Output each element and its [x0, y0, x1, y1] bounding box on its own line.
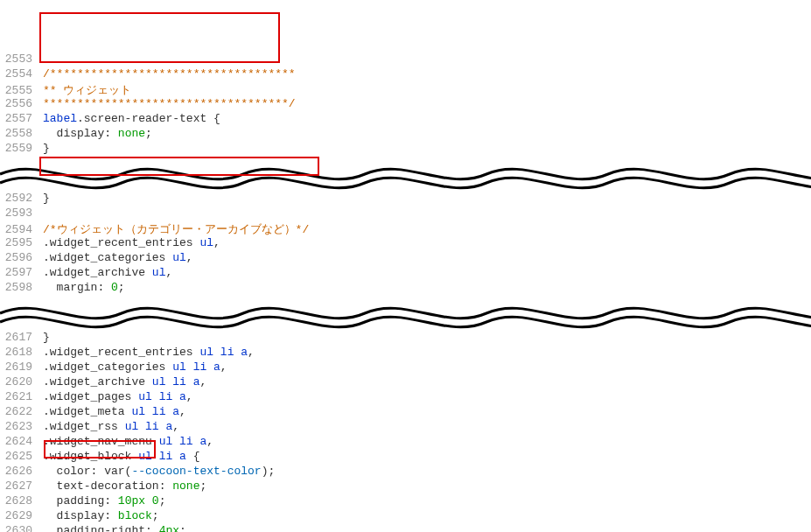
code-line: 2557label.screen-reader-text { — [0, 112, 811, 127]
token: none — [172, 480, 199, 493]
token: : — [91, 465, 105, 478]
token: ul li a — [131, 390, 185, 403]
token: , — [213, 236, 220, 249]
code-content: .widget_archive ul, — [43, 266, 172, 279]
line-number: 2554 — [4, 67, 32, 80]
line-number: 2630 — [4, 524, 32, 532]
code-line: 2556************************************… — [0, 97, 811, 112]
code-line: 2630 padding-right: 4px; — [0, 524, 811, 532]
code-line: 2595.widget_recent_entries ul, — [0, 236, 811, 251]
code-line: 2620.widget_archive ul li a, — [0, 375, 811, 390]
token: .widget_categories — [43, 360, 165, 374]
token: label — [43, 112, 77, 125]
code-line: 2618.widget_recent_entries ul li a, — [0, 346, 811, 360]
code-line: 2558 display: none; — [0, 127, 811, 142]
token: , — [172, 420, 179, 433]
token: .widget_categories — [43, 251, 165, 264]
token: ul li a — [193, 346, 248, 359]
token: block — [118, 509, 152, 522]
code-content: display: block; — [43, 509, 159, 522]
line-number: 2553 — [4, 52, 32, 66]
token: ; — [118, 281, 125, 294]
code-content: .widget_meta ul li a, — [43, 405, 186, 418]
token: : — [145, 524, 159, 532]
line-number: 2623 — [4, 420, 32, 433]
code-line: 2622.widget_meta ul li a, — [0, 405, 811, 420]
token: ; — [199, 480, 206, 493]
line-number: 2558 — [4, 127, 32, 140]
token: ul li a — [125, 405, 179, 418]
line-number: 2556 — [4, 97, 32, 110]
token: ul li a — [145, 375, 199, 388]
token: ul — [193, 236, 213, 249]
line-number: 2625 — [4, 450, 32, 463]
code-content: } — [43, 142, 50, 155]
token: /************************************ — [43, 67, 296, 80]
token: : — [159, 480, 173, 493]
line-number: 2593 — [4, 206, 32, 220]
token: var( — [104, 465, 131, 478]
token: ul li a — [152, 435, 206, 448]
token: , — [165, 266, 172, 279]
token: ul — [165, 251, 185, 264]
token: : — [104, 494, 118, 508]
token: } — [43, 142, 50, 155]
code-line: 2594/*ウィジェット（カテゴリー・アーカイブなど）*/ — [0, 221, 811, 236]
line-number: 2617 — [4, 331, 32, 344]
line-number: 2595 — [4, 236, 32, 249]
code-content: .widget_block ul li a { — [43, 450, 199, 463]
token: } — [43, 192, 50, 205]
token: , — [186, 251, 193, 264]
code-content: .widget_recent_entries ul, — [43, 236, 220, 249]
code-line: 2592} — [0, 192, 811, 206]
token: ************************************/ — [43, 97, 296, 110]
token: .widget_archive — [43, 266, 145, 279]
code-editor-screenshot: 25532554/*******************************… — [0, 52, 811, 532]
token: display — [43, 509, 104, 522]
line-number: 2618 — [4, 346, 32, 359]
code-line: 2621.widget_pages ul li a, — [0, 390, 811, 405]
line-number: 2620 — [4, 375, 32, 388]
line-number: 2619 — [4, 360, 32, 374]
token: .widget_recent_entries — [43, 236, 193, 249]
token: , — [248, 346, 255, 359]
token: ; — [152, 509, 159, 522]
token: ; — [268, 465, 275, 478]
snip-divider — [0, 157, 811, 192]
token: /*ウィジェット（カテゴリー・アーカイブなど）*/ — [43, 223, 309, 236]
token: .widget_meta — [43, 405, 125, 418]
code-content: color: var(--cocoon-text-color); — [43, 465, 275, 478]
code-content: .widget_archive ul li a, — [43, 375, 206, 388]
token: : — [104, 127, 118, 140]
line-number: 2627 — [4, 480, 32, 493]
line-number: 2596 — [4, 251, 32, 264]
line-number: 2621 — [4, 390, 32, 403]
token: ; — [179, 524, 186, 532]
line-number: 2555 — [4, 84, 32, 97]
token: .widget_block — [43, 450, 131, 463]
line-number: 2629 — [4, 509, 32, 522]
token: .screen-reader-text — [77, 112, 206, 125]
code-line: 2553 — [0, 52, 811, 67]
token: .widget_archive — [43, 375, 145, 388]
token: ; — [145, 127, 152, 140]
line-number: 2626 — [4, 465, 32, 478]
line-number: 2598 — [4, 281, 32, 294]
token: none — [118, 127, 145, 140]
code-line: 2555** ウィジェット — [0, 82, 811, 97]
code-content: text-decoration: none; — [43, 480, 206, 493]
line-number: 2622 — [4, 405, 32, 418]
code-line: 2619.widget_categories ul li a, — [0, 360, 811, 375]
code-content: .widget_rss ul li a, — [43, 420, 179, 433]
token: ; — [159, 494, 166, 508]
token: color — [43, 465, 91, 478]
token: ** ウィジェット — [43, 84, 131, 97]
line-number: 2594 — [4, 223, 32, 236]
token: , — [199, 375, 206, 388]
code-line: 2617} — [0, 331, 811, 346]
code-content: .widget_categories ul, — [43, 251, 193, 264]
snip-divider — [0, 296, 811, 331]
code-line: 2593 — [0, 206, 811, 221]
code-content: ************************************/ — [43, 97, 296, 110]
token: { — [206, 112, 220, 125]
